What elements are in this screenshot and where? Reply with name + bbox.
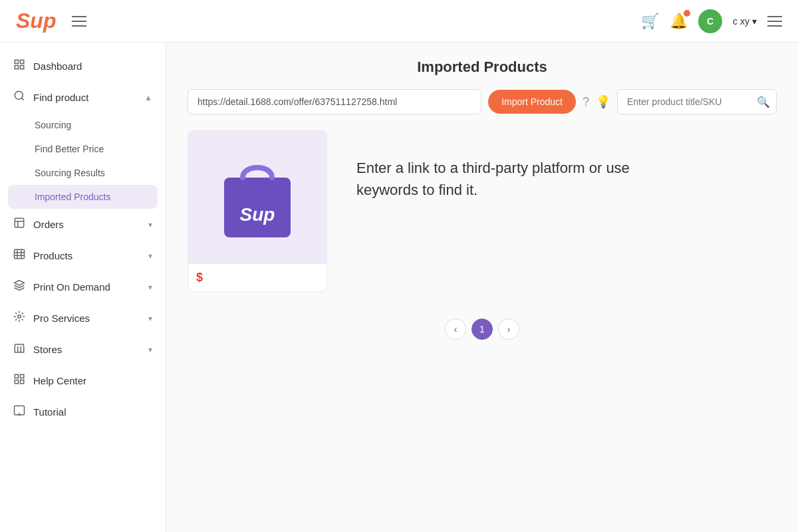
sku-search-button[interactable]: 🔍: [757, 96, 770, 108]
sidebar-item-orders[interactable]: Orders ▾: [0, 209, 166, 240]
svg-point-4: [15, 91, 23, 99]
svg-rect-3: [21, 66, 24, 69]
notification-badge: [684, 10, 690, 17]
sidebar-item-dashboard[interactable]: Dashboard: [0, 51, 166, 82]
sku-search-wrapper: 🔍: [617, 89, 777, 114]
stores-chevron: ▾: [148, 345, 152, 354]
pro-services-chevron: ▾: [148, 314, 152, 323]
product-price: $: [196, 271, 319, 285]
sidebar-item-find-product[interactable]: Find product ▲: [0, 82, 166, 113]
products-row: Sup $ Enter a link to a third-party plat…: [188, 130, 777, 292]
pagination: ‹ 1 ›: [188, 319, 777, 340]
sidebar-item-sourcing-results[interactable]: Sourcing Results: [0, 161, 166, 185]
pagination-prev[interactable]: ‹: [445, 319, 466, 340]
sidebar-item-print-on-demand[interactable]: Print On Demand ▾: [0, 271, 166, 303]
sidebar-label-tutorial: Tutorial: [33, 406, 66, 418]
product-card[interactable]: Sup $: [188, 130, 327, 292]
svg-rect-9: [15, 374, 18, 378]
sidebar-label-pro-services: Pro Services: [33, 313, 90, 324]
product-card-image: Sup: [188, 131, 327, 264]
sidebar-item-find-better-price[interactable]: Find Better Price: [0, 137, 166, 161]
header: Sup 🛒 🔔 C c xy ▾: [0, 0, 798, 43]
sidebar-label-print-on-demand: Print On Demand: [33, 281, 110, 293]
hamburger-right-icon[interactable]: [767, 16, 782, 27]
main-content: Imported Products Import Product ? 💡 🔍 S…: [166, 43, 798, 532]
print-on-demand-icon: [13, 279, 25, 295]
orders-chevron: ▾: [148, 220, 152, 229]
products-chevron: ▾: [148, 251, 152, 261]
sidebar-item-sourcing[interactable]: Sourcing: [0, 113, 166, 137]
svg-rect-0: [15, 60, 18, 63]
svg-rect-2: [15, 66, 18, 69]
tutorial-icon: [13, 404, 25, 420]
help-icon[interactable]: ?: [583, 95, 589, 109]
import-bar: Import Product ? 💡 🔍: [188, 89, 777, 114]
logo: Sup: [16, 9, 56, 33]
product-card-body: $: [188, 264, 327, 291]
empty-state-text: Enter a link to a third-party platform o…: [343, 130, 676, 227]
pro-services-icon: [13, 311, 25, 326]
sidebar-item-products[interactable]: Products ▾: [0, 240, 166, 271]
sidebar-label-dashboard: Dashboard: [33, 61, 82, 72]
svg-rect-12: [21, 380, 24, 384]
import-url-input[interactable]: [188, 89, 481, 114]
sidebar-sub-find-product: Sourcing Find Better Price Sourcing Resu…: [0, 113, 166, 209]
orders-icon: [13, 217, 25, 232]
user-dropdown-chevron[interactable]: ▾: [752, 16, 757, 27]
cart-icon[interactable]: 🛒: [641, 13, 659, 30]
svg-rect-10: [21, 374, 24, 378]
products-icon: [13, 248, 25, 263]
svg-rect-11: [15, 380, 18, 384]
sidebar-label-find-product: Find product: [33, 92, 88, 103]
pagination-next[interactable]: ›: [498, 319, 519, 340]
sku-search-input[interactable]: [617, 89, 777, 114]
import-product-button[interactable]: Import Product: [488, 90, 576, 114]
sidebar-item-stores[interactable]: Stores ▾: [0, 334, 166, 365]
sidebar-label-orders: Orders: [33, 219, 64, 230]
svg-rect-7: [15, 249, 25, 259]
page-title: Imported Products: [188, 59, 777, 76]
sidebar: Dashboard Find product ▲ Sourcing Find B…: [0, 43, 166, 532]
sidebar-label-products: Products: [33, 250, 72, 261]
sidebar-item-tutorial[interactable]: Tutorial: [0, 396, 166, 428]
header-left: Sup: [16, 9, 86, 33]
help-center-icon: [13, 373, 25, 388]
bulb-icon[interactable]: 💡: [596, 94, 610, 109]
avatar[interactable]: C: [698, 9, 722, 33]
menu-icon[interactable]: [72, 16, 86, 27]
svg-rect-1: [21, 60, 24, 63]
user-name[interactable]: c xy ▾: [733, 16, 757, 27]
header-right: 🛒 🔔 C c xy ▾: [641, 9, 782, 33]
find-product-chevron: ▲: [144, 93, 152, 102]
pagination-page-1[interactable]: 1: [471, 319, 493, 340]
sidebar-label-stores: Stores: [33, 344, 62, 355]
notification-icon[interactable]: 🔔: [670, 13, 688, 30]
svg-rect-6: [15, 218, 24, 227]
sidebar-item-help-center[interactable]: Help Center: [0, 365, 166, 396]
sidebar-label-help-center: Help Center: [33, 375, 86, 386]
layout: Dashboard Find product ▲ Sourcing Find B…: [0, 43, 798, 532]
stores-icon: [13, 342, 25, 357]
svg-point-8: [18, 315, 21, 319]
dashboard-icon: [13, 59, 25, 74]
svg-text:Sup: Sup: [240, 204, 275, 225]
print-on-demand-chevron: ▾: [148, 283, 152, 292]
find-product-icon: [13, 90, 25, 105]
sidebar-item-pro-services[interactable]: Pro Services ▾: [0, 303, 166, 334]
sidebar-item-imported-products[interactable]: Imported Products: [8, 185, 158, 209]
svg-line-5: [21, 98, 23, 100]
